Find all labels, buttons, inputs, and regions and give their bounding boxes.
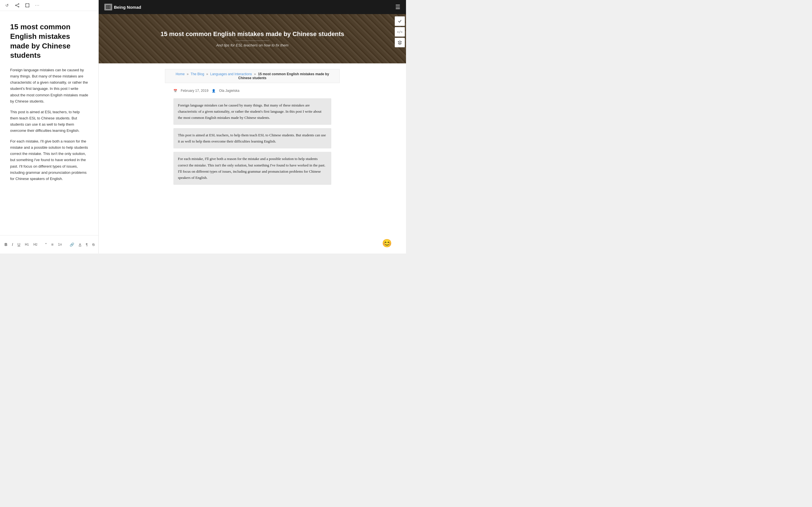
site-logo: Being Nomad (104, 4, 141, 10)
breadcrumb-sep-1: » (187, 72, 189, 76)
numbered-list-button[interactable]: 1≡ (57, 242, 63, 247)
hero-subtitle: And tips for ESL teachers on how to fix … (216, 43, 289, 47)
editor-top-toolbar: ↺ ··· (0, 0, 98, 11)
floating-emoji[interactable]: 😊 (382, 238, 392, 248)
more-options-icon[interactable]: ··· (35, 3, 40, 8)
website-paragraph-3: For each mistake, I'll give both a reaso… (173, 152, 331, 184)
code-button[interactable]: </> (395, 27, 405, 37)
post-meta: 📅 February 17, 2019 👤 Ola Jagielska (173, 89, 331, 93)
layer-button[interactable] (395, 38, 405, 47)
strikethrough-button[interactable]: S (91, 242, 96, 247)
hero-title: 15 most common English mistakes made by … (149, 30, 356, 38)
breadcrumb-home[interactable]: Home (175, 72, 185, 76)
underline-button[interactable]: U (16, 242, 21, 247)
hero-divider (236, 41, 269, 41)
site-navigation: Being Nomad ☰ (99, 0, 406, 14)
breadcrumb-category[interactable]: Languages and Interactions (210, 72, 252, 76)
svg-point-0 (18, 4, 19, 4)
quote-button[interactable]: " (44, 242, 48, 247)
bullet-list-button[interactable]: ≡ (50, 242, 55, 247)
post-date: February 17, 2019 (181, 89, 208, 93)
site-content: Home » The Blog » Languages and Interact… (165, 63, 340, 194)
logo-icon (104, 4, 112, 10)
hamburger-menu[interactable]: ☰ (395, 4, 400, 10)
breadcrumb-blog[interactable]: The Blog (191, 72, 204, 76)
editor-body: 15 most common English mistakes made by … (0, 11, 98, 235)
refresh-icon[interactable]: ↺ (4, 3, 10, 8)
editor-bottom-toolbar: B I U H1 H2 " ≡ 1≡ 🔗 A ¶ S ⊡ ⏱ 129 单词 ▾ (0, 235, 98, 253)
hero-background (99, 14, 406, 63)
paragraph-button[interactable]: ¶ (85, 242, 89, 247)
heading2-button[interactable]: H2 (32, 242, 38, 247)
paragraph-1[interactable]: Foreign language mistakes can be caused … (10, 67, 88, 105)
svg-point-2 (18, 6, 19, 7)
author-icon: 👤 (212, 89, 216, 93)
heading1-button[interactable]: H1 (24, 242, 30, 247)
site-name: Being Nomad (114, 5, 141, 10)
website-paragraph-2: This post is aimed at ESL teachers, to h… (173, 128, 331, 149)
article-title[interactable]: 15 most common English mistakes made by … (10, 22, 88, 60)
expand-icon[interactable] (25, 3, 30, 8)
side-icon-panel: </> (394, 14, 406, 50)
editor-panel: ↺ ··· 15 most common English mistakes ma… (0, 0, 99, 253)
svg-point-1 (15, 5, 16, 6)
underline-text-button[interactable]: A (78, 242, 82, 247)
italic-button[interactable]: I (11, 242, 14, 247)
breadcrumb: Home » The Blog » Languages and Interact… (165, 69, 340, 83)
bold-button[interactable]: B (3, 242, 8, 247)
hero-section: 15 most common English mistakes made by … (99, 14, 406, 63)
website-panel: Being Nomad ☰ 15 most common English mis… (99, 0, 406, 253)
svg-line-3 (16, 4, 18, 5)
breadcrumb-sep-2: » (206, 72, 208, 76)
svg-marker-11 (398, 41, 402, 43)
paragraph-3[interactable]: For each mistake, I'll give both a reaso… (10, 138, 88, 182)
breadcrumb-sep-3: » (254, 72, 256, 76)
share-icon[interactable] (15, 3, 20, 8)
website-paragraph-1: Foreign language mistakes can be caused … (173, 98, 331, 125)
link-button[interactable]: 🔗 (68, 242, 75, 247)
svg-line-4 (16, 6, 18, 6)
svg-rect-5 (26, 4, 29, 7)
check-button[interactable] (395, 16, 405, 26)
website-view: Being Nomad ☰ 15 most common English mis… (99, 0, 406, 253)
paragraph-2[interactable]: This post is aimed at ESL teachers, to h… (10, 109, 88, 134)
date-icon: 📅 (173, 89, 177, 93)
post-author: Ola Jagielska (219, 89, 239, 93)
breadcrumb-current: 15 most common English mistakes made by … (238, 72, 329, 80)
